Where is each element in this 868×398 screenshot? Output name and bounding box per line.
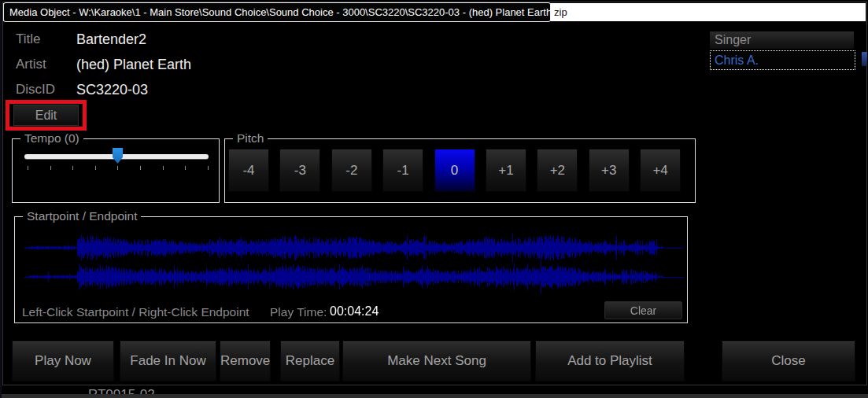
background-window-strip <box>2 394 868 398</box>
screen-edge-artifact <box>862 52 867 66</box>
title-row: Title Bartender2 <box>16 31 146 48</box>
singer-label: Singer <box>710 31 854 49</box>
artist-value: (hed) Planet Earth <box>76 57 191 73</box>
clear-button[interactable]: Clear <box>604 301 682 319</box>
make-next-song-button[interactable]: Make Next Song <box>342 341 531 381</box>
close-button[interactable]: Close <box>722 341 855 381</box>
window-titlebar[interactable]: zip Media Object - W:\Karaoke\1 - Main S… <box>3 3 866 21</box>
add-to-playlist-button[interactable]: Add to Playlist <box>535 341 685 381</box>
pitch-buttons: -4-3-2-10+1+2+3+4 <box>228 149 681 192</box>
artist-label: Artist <box>16 57 76 73</box>
artist-row: Artist (hed) Planet Earth <box>16 57 191 73</box>
window-title-path: Media Object - W:\Karaoke\1 - Main Store… <box>3 2 551 22</box>
media-object-dialog: zip Media Object - W:\Karaoke\1 - Main S… <box>0 0 868 398</box>
tempo-tick <box>185 166 186 170</box>
tempo-tick <box>117 166 118 170</box>
waveform-hint: Left-Click Startpoint / Right-Click Endp… <box>22 305 249 319</box>
title-value: Bartender2 <box>76 31 146 48</box>
tempo-tick <box>95 166 96 170</box>
play-time-value: 00:04:24 <box>330 304 379 319</box>
edit-button[interactable]: Edit <box>13 105 79 126</box>
pitch-group-label: Pitch <box>233 131 268 146</box>
tempo-tick <box>140 166 141 170</box>
tempo-tick <box>208 166 209 170</box>
replace-button[interactable]: Replace <box>280 341 340 381</box>
tempo-tick <box>28 166 28 170</box>
window-title-text: Media Object - W:\Karaoke\1 - Main Store… <box>9 6 551 18</box>
tempo-tick <box>163 166 164 170</box>
pitch-button-minus-3[interactable]: -3 <box>279 149 320 192</box>
startpoint-endpoint-group: Startpoint / Endpoint Left-Click Startpo… <box>14 216 688 323</box>
discid-value: SC3220-03 <box>76 82 148 98</box>
pitch-button-minus-1[interactable]: -1 <box>382 149 423 192</box>
fade-in-now-button[interactable]: Fade In Now <box>120 341 216 381</box>
pitch-button-minus-2[interactable]: -2 <box>331 149 372 192</box>
pitch-button-plusminus-4[interactable]: +4 <box>640 149 681 192</box>
window-title-tail: zip <box>554 3 567 21</box>
tempo-tick <box>72 166 73 170</box>
discid-label: DiscID <box>16 82 76 98</box>
singer-value: Chris A. <box>715 53 759 67</box>
waveform-display[interactable] <box>18 223 685 302</box>
pitch-button-plusminus-1[interactable]: +1 <box>486 149 526 192</box>
play-now-button[interactable]: Play Now <box>12 341 114 381</box>
title-label: Title <box>16 31 76 48</box>
pitch-button-plusminus-2[interactable]: +2 <box>537 149 578 192</box>
tempo-group-label: Tempo (0) <box>20 131 83 146</box>
pitch-button-0[interactable]: 0 <box>434 149 475 192</box>
tempo-group: Tempo (0) <box>12 138 220 203</box>
singer-field[interactable]: Chris A. <box>710 50 855 70</box>
tempo-tick <box>50 166 51 170</box>
play-time-label: Play Time: <box>270 305 327 319</box>
tempo-slider-thumb[interactable] <box>113 148 123 164</box>
pitch-button-plusminus-3[interactable]: +3 <box>589 149 630 192</box>
remove-button[interactable]: Remove <box>220 341 271 381</box>
startpoint-group-label: Startpoint / Endpoint <box>23 209 141 223</box>
pitch-group: Pitch -4-3-2-10+1+2+3+4 <box>224 138 696 203</box>
discid-row: DiscID SC3220-03 <box>16 82 148 98</box>
pitch-button-minus-4[interactable]: -4 <box>228 149 269 192</box>
